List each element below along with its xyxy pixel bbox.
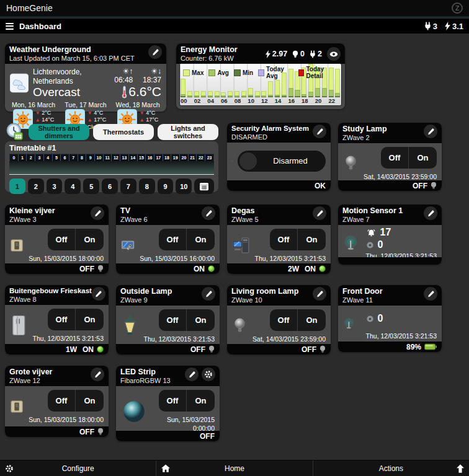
on-button[interactable]: On: [76, 309, 104, 330]
tab-shutters-and-dimmers[interactable]: Shutters and dimmers: [29, 124, 89, 140]
hour-cell-21[interactable]: 21: [189, 154, 197, 161]
lantern-icon: [121, 312, 139, 340]
arm-toggle[interactable]: Disarmed: [238, 151, 326, 172]
edit-button[interactable]: [91, 368, 104, 381]
hour-cell-5[interactable]: 5: [53, 154, 61, 161]
view-button[interactable]: [327, 47, 341, 61]
edit-button[interactable]: [185, 368, 199, 381]
on-button[interactable]: On: [187, 309, 215, 331]
on-button[interactable]: On: [409, 147, 437, 169]
hour-cell-22[interactable]: 22: [197, 154, 205, 161]
device-card-outside-lamp: Outside Lamp ZWave 9 Off On Thu, 12/03/2…: [116, 285, 220, 355]
timetable-slot-2[interactable]: 2: [28, 178, 44, 194]
hour-cell-6[interactable]: 6: [61, 154, 69, 161]
timetable-slot-7[interactable]: 7: [120, 178, 136, 194]
off-button[interactable]: Off: [381, 147, 409, 169]
edit-button[interactable]: [424, 125, 437, 138]
device-subtitle: FibaroRGBW 13: [120, 377, 171, 385]
timetable-slot-9[interactable]: 9: [158, 178, 174, 194]
off-button[interactable]: Off: [159, 390, 187, 412]
timetable-strip[interactable]: [9, 161, 214, 175]
edit-button[interactable]: [202, 206, 215, 220]
timetable-slot-4[interactable]: 4: [65, 178, 81, 194]
hour-cell-11[interactable]: 11: [104, 154, 112, 161]
off-button[interactable]: Off: [270, 309, 298, 331]
hour-cell-3[interactable]: 3: [35, 154, 44, 161]
hour-cell-0[interactable]: 0: [10, 154, 19, 161]
hour-cell-19[interactable]: 19: [171, 154, 180, 161]
pencil-icon: [316, 209, 324, 218]
device-subtitle: ZWave 9: [120, 296, 172, 304]
low-icon: ▼: [140, 110, 145, 116]
hamburger-menu-icon[interactable]: [6, 23, 14, 30]
off-button[interactable]: Off: [159, 229, 187, 250]
edit-button[interactable]: [313, 206, 326, 220]
off-button[interactable]: Off: [48, 390, 76, 412]
global-counters: 3 3.1: [424, 22, 463, 31]
edit-button[interactable]: [313, 125, 326, 138]
edit-button[interactable]: [424, 287, 437, 301]
timetable-slot-8[interactable]: 8: [139, 178, 155, 194]
hour-cell-23[interactable]: 23: [205, 154, 213, 161]
edit-button[interactable]: [202, 287, 215, 301]
hour-cell-13[interactable]: 13: [120, 154, 129, 161]
plug-counter: 3: [424, 22, 437, 31]
actions-button[interactable]: Actions: [313, 461, 469, 476]
x-tick-08: 08: [234, 97, 248, 105]
device-subtitle: ZWave 12: [9, 377, 52, 385]
hour-cell-7[interactable]: 7: [69, 154, 78, 161]
timetable-hours[interactable]: 01234567891011121314151617181920212223: [9, 154, 214, 161]
timetable-slot-3[interactable]: 3: [47, 178, 63, 194]
hour-cell-9[interactable]: 9: [86, 154, 95, 161]
motion-sensor-icon: [343, 308, 355, 339]
on-button[interactable]: On: [187, 390, 215, 412]
timetable-slot-6[interactable]: 6: [102, 178, 118, 194]
calendar-button[interactable]: [194, 178, 214, 194]
timetable-slot-1[interactable]: 1: [9, 178, 25, 194]
hour-cell-16[interactable]: 16: [146, 154, 154, 161]
hour-cell-10[interactable]: 10: [95, 154, 104, 161]
battery-level: 89%: [406, 343, 421, 351]
hour-cell-2[interactable]: 2: [27, 154, 35, 161]
settings-button[interactable]: [202, 368, 215, 381]
hour-cell-14[interactable]: 14: [129, 154, 138, 161]
hour-cell-15[interactable]: 15: [138, 154, 146, 161]
on-button[interactable]: On: [76, 229, 104, 250]
off-button[interactable]: Off: [159, 309, 187, 331]
edit-button[interactable]: [91, 206, 104, 220]
edit-button[interactable]: [313, 287, 326, 301]
tv-icon: [121, 233, 135, 258]
off-button[interactable]: Off: [48, 309, 76, 330]
hour-cell-4[interactable]: 4: [44, 154, 53, 161]
configure-button[interactable]: Configure: [0, 461, 156, 476]
hour-cell-20[interactable]: 20: [180, 154, 189, 161]
pencil-icon: [151, 48, 159, 56]
device-date: Thu, 12/03/2015 3:21:53: [33, 335, 104, 342]
tab-lights-and-switches[interactable]: Lights and switches: [158, 124, 218, 140]
hour-cell-17[interactable]: 17: [154, 154, 163, 161]
edit-button[interactable]: [424, 206, 437, 220]
home-button[interactable]: Home: [156, 461, 312, 476]
hour-cell-1[interactable]: 1: [19, 154, 27, 161]
thermometer-icon: [122, 86, 127, 99]
energy-watts: 2.97: [266, 50, 287, 58]
on-button[interactable]: On: [187, 229, 215, 250]
off-on-switch: Off On: [270, 229, 326, 250]
timetable-slot-5[interactable]: 5: [83, 178, 99, 194]
on-button[interactable]: On: [76, 390, 104, 412]
off-button[interactable]: Off: [48, 229, 76, 250]
x-tick-12: 12: [261, 97, 274, 105]
edit-button[interactable]: [148, 45, 162, 59]
off-on-switch: Off On: [48, 309, 104, 330]
hour-cell-18[interactable]: 18: [163, 154, 172, 161]
hour-cell-12[interactable]: 12: [112, 154, 120, 161]
off-button[interactable]: Off: [270, 229, 298, 250]
off-on-switch: Off On: [381, 147, 437, 169]
hour-cell-8[interactable]: 8: [78, 154, 87, 161]
edit-button[interactable]: [92, 287, 105, 301]
tab-thermostats[interactable]: Thermostats: [93, 124, 154, 140]
on-button[interactable]: On: [298, 229, 326, 250]
on-button[interactable]: On: [298, 309, 326, 331]
timetable-slot-10[interactable]: 10: [176, 178, 192, 194]
lightning-icon: [266, 50, 270, 58]
